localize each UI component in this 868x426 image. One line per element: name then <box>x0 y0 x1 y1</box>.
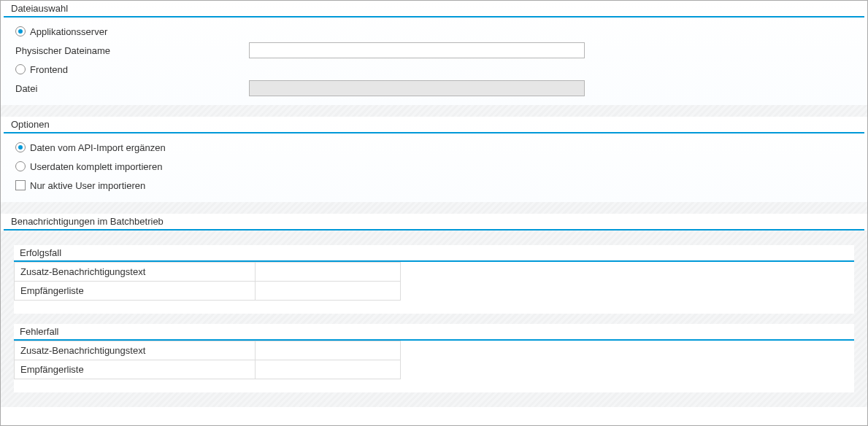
radio-api-supplement[interactable] <box>15 142 26 152</box>
radio-frontend[interactable] <box>15 64 26 74</box>
sub-panel-success: Erfolgsfall Zusatz-Benachrichtigungstext… <box>14 245 854 314</box>
section-notifications: Benachrichtigungen im Batchbetrieb Erfol… <box>1 214 867 407</box>
section-gap-2 <box>1 202 867 214</box>
section-gap <box>1 105 867 117</box>
radio-application-server[interactable] <box>15 26 26 36</box>
error-additional-text-input[interactable] <box>257 344 399 358</box>
checkbox-only-active[interactable] <box>15 180 26 190</box>
radio-api-supplement-label: Daten vom API-Import ergänzen <box>30 142 166 153</box>
success-additional-text-label: Zusatz-Benachrichtigungstext <box>15 263 256 282</box>
error-additional-text-label: Zusatz-Benachrichtigungstext <box>15 341 256 360</box>
error-recipients-input[interactable] <box>257 363 399 377</box>
radio-full-import-label: Userdaten komplett importieren <box>30 161 162 172</box>
section-title-notifications: Benachrichtigungen im Batchbetrieb <box>4 214 864 231</box>
sub-title-success: Erfolgsfall <box>14 245 854 262</box>
file-input <box>249 80 585 96</box>
app-frame: Dateiauswahl Applikationsserver Physisch… <box>0 0 868 426</box>
error-recipients-label: Empfängerliste <box>15 360 256 379</box>
success-additional-text-input[interactable] <box>257 265 399 279</box>
checkbox-only-active-label: Nur aktive User importieren <box>30 180 145 191</box>
radio-frontend-label: Frontend <box>30 64 68 75</box>
success-recipients-label: Empfängerliste <box>15 282 256 301</box>
file-label: Datei <box>15 83 37 94</box>
section-title-file-selection: Dateiauswahl <box>4 1 864 18</box>
physical-filename-label: Physischer Dateiname <box>15 45 110 56</box>
section-file-selection: Dateiauswahl Applikationsserver Physisch… <box>1 1 867 105</box>
sub-title-error: Fehlerfall <box>14 324 854 341</box>
sub-panel-error: Fehlerfall Zusatz-Benachrichtigungstext … <box>14 324 854 392</box>
radio-application-server-label: Applikationsserver <box>30 26 107 37</box>
section-title-options: Optionen <box>4 117 864 133</box>
success-recipients-input[interactable] <box>257 284 399 298</box>
radio-full-import[interactable] <box>15 161 26 171</box>
section-options: Optionen Daten vom API-Import ergänzen U… <box>1 117 867 202</box>
physical-filename-input[interactable] <box>249 42 585 58</box>
